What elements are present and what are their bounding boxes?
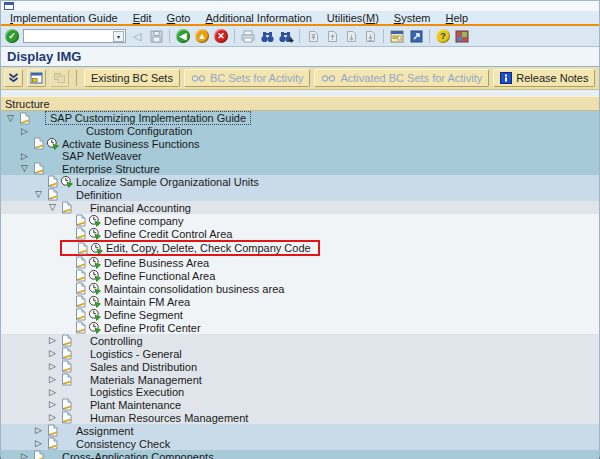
tree-node-label[interactable]: SAP Customizing Implementation Guide	[45, 111, 251, 125]
release-notes-button[interactable]: Release Notes	[493, 69, 595, 87]
img-documentation-icon[interactable]	[74, 295, 87, 308]
tree-node-label[interactable]: Define Business Area	[101, 257, 212, 269]
img-documentation-icon[interactable]	[32, 137, 45, 150]
tree-node-label[interactable]: Maintain FM Area	[101, 296, 193, 308]
img-documentation-icon[interactable]	[74, 282, 87, 295]
tree-row[interactable]: ▷Custom Configuration	[1, 125, 599, 137]
tree-row[interactable]: Define Credit Control Area	[1, 227, 599, 240]
execute-activity-icon[interactable]	[46, 137, 59, 150]
collapse-node-icon[interactable]: ▽	[35, 190, 42, 199]
cancel-icon[interactable]: ✕	[213, 28, 229, 44]
tree-row[interactable]: ▽Financial Accounting	[1, 201, 599, 214]
tree-row[interactable]: Maintain FM Area	[1, 295, 599, 308]
img-documentation-icon[interactable]	[60, 411, 73, 424]
img-documentation-icon[interactable]	[60, 334, 73, 347]
tree-node-label[interactable]: Logistics - General	[87, 348, 185, 360]
tree-node-label[interactable]: Cross-Application Components	[59, 451, 217, 459]
tree-row[interactable]: Maintain consolidation business area	[1, 282, 599, 295]
menu-implementation-guide[interactable]: Implementation Guide	[10, 12, 118, 24]
tree-node-label[interactable]: Financial Accounting	[87, 202, 194, 214]
tree-row[interactable]: ▷Logistics - General	[1, 347, 599, 360]
execute-activity-icon[interactable]	[88, 214, 101, 227]
existing-bc-sets-button[interactable]: Existing BC Sets	[84, 69, 180, 87]
expand-node-icon[interactable]: ▷	[49, 388, 56, 397]
menu-utilities-m[interactable]: Utilities(M)	[327, 12, 379, 24]
tree-row[interactable]: ▽SAP Customizing Implementation Guide	[1, 111, 599, 125]
menu-help[interactable]: Help	[446, 12, 469, 24]
tree-node-label[interactable]: Materials Management	[87, 374, 205, 386]
tree-node-label[interactable]: Maintain consolidation business area	[101, 283, 287, 295]
expand-node-icon[interactable]: ▷	[21, 127, 28, 136]
command-field[interactable]: ▾	[23, 29, 126, 43]
execute-activity-icon[interactable]	[88, 269, 101, 282]
create-shortcut-icon[interactable]	[408, 28, 424, 44]
menu-additional-information[interactable]: Additional Information	[205, 12, 311, 24]
collapse-node-icon[interactable]: ▽	[21, 164, 28, 173]
page-down-icon[interactable]	[343, 28, 359, 44]
img-documentation-icon[interactable]	[74, 321, 87, 334]
find-icon[interactable]	[259, 28, 275, 44]
img-documentation-icon[interactable]	[76, 242, 89, 255]
tree-row[interactable]: Define Business Area	[1, 256, 599, 269]
new-session-icon[interactable]	[389, 28, 405, 44]
tree-row[interactable]: ▷Human Resources Management	[1, 411, 599, 424]
collapse-command-icon[interactable]: ◁	[129, 28, 145, 44]
expand-node-icon[interactable]: ▷	[35, 439, 42, 448]
tree-row[interactable]: ▷Logistics Execution	[1, 386, 599, 398]
tree-node-label[interactable]: Definition	[73, 189, 125, 201]
execute-activity-icon[interactable]	[88, 321, 101, 334]
tree-node-label[interactable]: SAP NetWeaver	[59, 150, 145, 162]
collapse-node-icon[interactable]: ▽	[49, 203, 56, 212]
tree-node-label[interactable]: Consistency Check	[73, 438, 173, 450]
menu-edit[interactable]: Edit	[133, 12, 152, 24]
save-icon[interactable]	[148, 28, 164, 44]
img-documentation-icon[interactable]	[60, 360, 73, 373]
execute-activity-icon[interactable]	[90, 242, 103, 255]
collapse-node-icon[interactable]: ▽	[7, 114, 14, 123]
tree-node-label[interactable]: Logistics Execution	[87, 386, 187, 398]
command-input[interactable]	[29, 31, 113, 42]
img-documentation-icon[interactable]	[32, 162, 45, 175]
execute-activity-icon[interactable]	[88, 308, 101, 321]
tree-row[interactable]: ▷Plant Maintenance	[1, 398, 599, 411]
tree-row[interactable]: Define Segment	[1, 308, 599, 321]
img-documentation-icon[interactable]	[60, 347, 73, 360]
tree-row[interactable]: ▷Assignment	[1, 424, 599, 437]
tree-node-label[interactable]: Define company	[101, 215, 187, 227]
expand-node-icon[interactable]: ▷	[49, 375, 56, 384]
execute-activity-icon[interactable]	[60, 175, 73, 188]
command-dropdown-icon[interactable]: ▾	[113, 31, 124, 42]
img-documentation-icon[interactable]	[18, 112, 31, 125]
tree-row[interactable]: ▽Definition	[1, 188, 599, 201]
img-documentation-icon[interactable]	[74, 308, 87, 321]
img-documentation-icon[interactable]	[46, 188, 59, 201]
tree-row[interactable]: Define Profit Center	[1, 321, 599, 334]
tree-node-label[interactable]: Localize Sample Organizational Units	[73, 176, 262, 188]
menu-system[interactable]: System	[394, 12, 431, 24]
tree-row[interactable]: ▷Sales and Distribution	[1, 360, 599, 373]
img-documentation-icon[interactable]	[60, 201, 73, 214]
img-documentation-icon[interactable]	[46, 175, 59, 188]
expand-node-icon[interactable]: ▷	[21, 152, 28, 161]
img-documentation-icon[interactable]	[74, 227, 87, 240]
tree-node-label[interactable]: Sales and Distribution	[87, 361, 200, 373]
img-documentation-icon[interactable]	[74, 214, 87, 227]
expand-node-icon[interactable]: ▷	[49, 349, 56, 358]
tree-node-label[interactable]: Assignment	[73, 425, 136, 437]
img-documentation-icon[interactable]	[74, 256, 87, 269]
tree-node-label[interactable]: Edit, Copy, Delete, Check Company Code	[103, 242, 314, 254]
tree-node-label[interactable]: Enterprise Structure	[59, 163, 163, 175]
enter-icon[interactable]: ✓	[4, 28, 20, 44]
tree-row[interactable]: Edit, Copy, Delete, Check Company Code	[1, 240, 599, 256]
tree-row[interactable]: ▷Consistency Check	[1, 437, 599, 450]
expand-node-icon[interactable]: ▷	[49, 400, 56, 409]
tree-row[interactable]: ▷Materials Management	[1, 373, 599, 386]
find-next-icon[interactable]	[278, 28, 294, 44]
help-icon[interactable]: ?	[435, 28, 451, 44]
tree-row[interactable]: ▷Controlling	[1, 334, 599, 347]
tree-node-label[interactable]: Define Segment	[101, 309, 186, 321]
tree-node-label[interactable]: Human Resources Management	[87, 412, 251, 424]
tree-node-label[interactable]: Custom Configuration	[83, 125, 195, 137]
tree-node-label[interactable]: Plant Maintenance	[87, 399, 184, 411]
last-page-icon[interactable]	[362, 28, 378, 44]
